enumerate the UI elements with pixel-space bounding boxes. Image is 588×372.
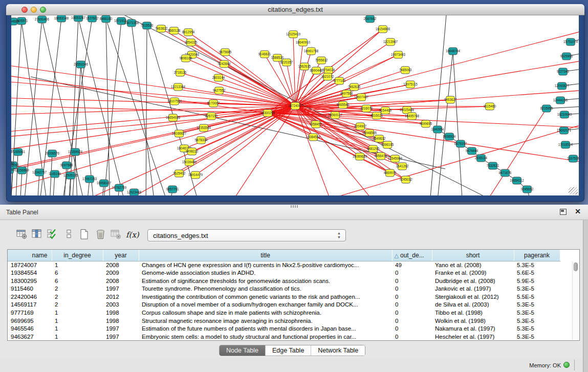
graph-node[interactable]: 7485063: [399, 67, 412, 74]
graph-node[interactable]: 8466160: [100, 15, 113, 23]
cell-out_degree[interactable]: 0: [392, 333, 432, 341]
cell-title[interactable]: Disruption of a novel member of a sodium…: [139, 301, 392, 309]
graph-node[interactable]: 8938924: [443, 133, 456, 140]
graph-node[interactable]: 1527602: [86, 15, 99, 22]
close-icon[interactable]: ✕: [575, 207, 581, 215]
cell-short[interactable]: Wolkin et al. (1998): [432, 317, 514, 325]
cell-name[interactable]: 18300295: [8, 277, 52, 286]
table-row[interactable]: 2242004622012Investigating the contribut…: [8, 293, 560, 301]
cell-name[interactable]: 19384554: [8, 269, 52, 277]
cell-short[interactable]: Tibbo et al. (1998): [432, 309, 514, 317]
graph-node[interactable]: 9245032: [400, 176, 412, 183]
cell-in_degree[interactable]: 2: [52, 285, 103, 293]
graph-node[interactable]: 7955812: [315, 57, 328, 64]
graph-edge[interactable]: [186, 58, 295, 106]
graph-node[interactable]: 16210643: [557, 111, 572, 118]
graph-node[interactable]: 8267150: [205, 113, 218, 120]
graph-node[interactable]: 8912954: [182, 29, 195, 36]
graph-node[interactable]: 12213384: [171, 83, 186, 91]
cell-short[interactable]: Nakamura et al. (1997): [432, 325, 514, 333]
graph-edge[interactable]: [11, 106, 295, 115]
graph-node[interactable]: 2204907: [354, 123, 367, 130]
graph-node[interactable]: 7625402: [173, 170, 186, 177]
cell-title[interactable]: Changes of HCN gene expression and I(f) …: [139, 261, 392, 269]
scrollbar-thumb[interactable]: [574, 262, 578, 271]
cell-short[interactable]: Stergiakouli et al. (2012): [432, 293, 514, 301]
table-row[interactable]: 969969511998Structural magnetic resonanc…: [8, 317, 560, 325]
table-selector-dropdown[interactable]: citations_edges.txt ▲▼: [147, 229, 346, 242]
delete-table-icon[interactable]: [94, 228, 107, 242]
function-builder-icon[interactable]: f(x): [126, 230, 139, 239]
column-header-name[interactable]: name: [8, 250, 52, 261]
cell-short[interactable]: Yano et al. (2008): [432, 261, 514, 269]
graph-node[interactable]: 2087662: [364, 15, 377, 23]
cell-year[interactable]: 1998: [103, 309, 139, 317]
graph-edge[interactable]: [295, 42, 303, 106]
graph-node[interactable]: 19384554: [306, 134, 321, 141]
table-row[interactable]: 1938455462009Genome-wide association stu…: [8, 269, 560, 277]
cell-title[interactable]: Embryonic stem cells: a model to study s…: [139, 333, 392, 341]
graph-node[interactable]: 9896166: [180, 55, 192, 62]
graph-node[interactable]: 16782759: [112, 184, 127, 191]
table-row[interactable]: 1456911722003Disruption of a novel membe…: [8, 301, 560, 309]
graph-node[interactable]: 16154808: [376, 26, 390, 33]
graph-node[interactable]: 16648784: [446, 48, 461, 55]
graph-edge[interactable]: [69, 18, 78, 195]
graph-node[interactable]: 9699695: [420, 120, 432, 127]
table-row[interactable]: 946554611997Estimation of the future num…: [8, 325, 560, 333]
cell-name[interactable]: 9465546: [8, 325, 52, 333]
graph-node[interactable]: 2935114: [475, 155, 488, 162]
graph-node[interactable]: 14569117: [328, 112, 342, 119]
cell-year[interactable]: 1997: [103, 285, 139, 293]
graph-node[interactable]: 8990448: [310, 67, 323, 74]
cell-title[interactable]: Genome-wide association studies in ADHD.: [139, 269, 392, 277]
graph-node[interactable]: 2803144: [212, 74, 225, 81]
graph-node[interactable]: 9474444: [466, 147, 478, 155]
cell-out_degree[interactable]: 0: [392, 325, 432, 333]
table-row[interactable]: 911546021997Tourette syndrome. Phenomeno…: [8, 285, 560, 293]
deselect-icon[interactable]: [62, 228, 76, 242]
cell-title[interactable]: Structural magnetic resonance image aver…: [139, 317, 392, 325]
cell-in_degree[interactable]: 1: [52, 333, 103, 341]
graph-node[interactable]: 5878334: [195, 137, 208, 144]
cell-in_degree[interactable]: 1: [52, 317, 103, 325]
column-header-out_degree[interactable]: △out_de...: [392, 250, 432, 261]
graph-node[interactable]: 9115460: [484, 103, 496, 110]
graph-node[interactable]: 9154469: [379, 107, 392, 114]
cell-name[interactable]: 9699695: [8, 317, 52, 325]
cell-name[interactable]: 14569117: [8, 301, 52, 309]
graph-node[interactable]: 9777169: [333, 77, 346, 84]
graph-node[interactable]: 8215955: [540, 105, 553, 112]
network-canvas[interactable]: 1872400718300295224200469896166271812612…: [11, 15, 579, 195]
graph-node[interactable]: 16654935: [166, 114, 181, 121]
graph-edge[interactable]: [191, 42, 295, 106]
graph-node[interactable]: 9227341: [557, 68, 570, 75]
graph-node[interactable]: 9857791: [166, 186, 179, 193]
cell-out_degree[interactable]: 0: [392, 269, 432, 277]
tab-node-table[interactable]: Node Table: [220, 345, 266, 356]
graph-node[interactable]: 9146821: [258, 51, 271, 58]
graph-node[interactable]: 16495768: [405, 113, 420, 120]
graph-node[interactable]: 7515526: [141, 22, 154, 29]
graph-node[interactable]: 12342757: [32, 169, 47, 176]
cell-out_degree[interactable]: 49: [392, 261, 432, 269]
graph-node[interactable]: 12353594: [197, 124, 211, 132]
graph-node[interactable]: 13285661: [11, 148, 25, 156]
cell-name[interactable]: 9777169: [8, 309, 52, 317]
graph-node[interactable]: 27691406: [35, 16, 50, 23]
cell-name[interactable]: 9463627: [8, 333, 52, 341]
cell-out_degree[interactable]: 0: [392, 317, 432, 325]
table-scrollbar[interactable]: [572, 261, 579, 340]
cell-out_degree[interactable]: 0: [392, 293, 432, 301]
graph-node[interactable]: 12325419: [286, 31, 301, 38]
cell-name[interactable]: 9115460: [8, 285, 52, 293]
graph-node[interactable]: 5481295: [367, 145, 380, 152]
graph-node[interactable]: 9463627: [444, 96, 457, 103]
column-header-pagerank[interactable]: pagerank: [514, 250, 560, 261]
table-row[interactable]: 1872400712008Changes of HCN gene express…: [8, 261, 560, 269]
cell-out_degree[interactable]: 0: [392, 301, 432, 309]
cell-pagerank[interactable]: 5.3E-5: [514, 309, 560, 317]
graph-node[interactable]: 12923448: [127, 189, 142, 195]
cell-year[interactable]: 1997: [103, 333, 139, 341]
graph-node[interactable]: 1167533: [567, 155, 579, 162]
